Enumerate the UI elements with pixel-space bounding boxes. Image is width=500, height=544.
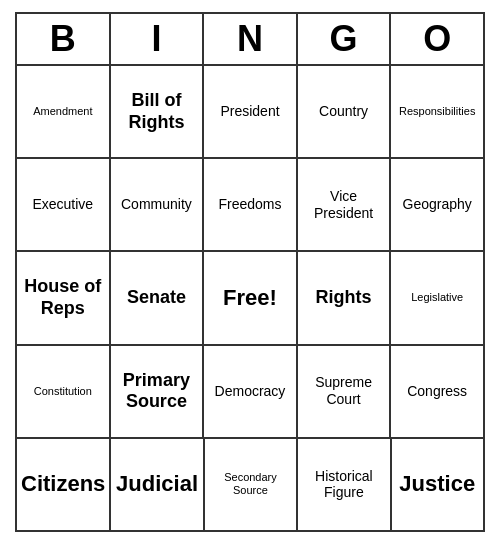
bingo-cell-2-1[interactable]: Senate [111, 252, 205, 343]
bingo-cell-2-2[interactable]: Free! [204, 252, 298, 343]
header-letter-G: G [298, 14, 392, 64]
bingo-grid: AmendmentBill of RightsPresidentCountryR… [17, 66, 483, 530]
bingo-header: BINGO [17, 14, 483, 66]
header-letter-N: N [204, 14, 298, 64]
bingo-cell-1-1[interactable]: Community [111, 159, 205, 250]
bingo-cell-3-3[interactable]: Supreme Court [298, 346, 392, 437]
bingo-row-1: ExecutiveCommunityFreedomsVice President… [17, 159, 483, 252]
bingo-cell-1-4[interactable]: Geography [391, 159, 483, 250]
header-letter-O: O [391, 14, 483, 64]
bingo-cell-3-4[interactable]: Congress [391, 346, 483, 437]
bingo-cell-2-3[interactable]: Rights [298, 252, 392, 343]
bingo-card: BINGO AmendmentBill of RightsPresidentCo… [15, 12, 485, 532]
bingo-cell-4-2[interactable]: Secondary Source [205, 439, 298, 530]
header-letter-B: B [17, 14, 111, 64]
bingo-cell-1-2[interactable]: Freedoms [204, 159, 298, 250]
bingo-cell-0-1[interactable]: Bill of Rights [111, 66, 205, 157]
bingo-cell-3-0[interactable]: Constitution [17, 346, 111, 437]
bingo-cell-3-2[interactable]: Democracy [204, 346, 298, 437]
bingo-cell-3-1[interactable]: Primary Source [111, 346, 205, 437]
bingo-cell-0-3[interactable]: Country [298, 66, 392, 157]
header-letter-I: I [111, 14, 205, 64]
bingo-cell-4-3[interactable]: Historical Figure [298, 439, 391, 530]
bingo-cell-4-0[interactable]: Citizens [17, 439, 111, 530]
bingo-row-4: CitizensJudicialSecondary SourceHistoric… [17, 439, 483, 530]
bingo-cell-4-1[interactable]: Judicial [111, 439, 204, 530]
bingo-row-0: AmendmentBill of RightsPresidentCountryR… [17, 66, 483, 159]
bingo-cell-1-0[interactable]: Executive [17, 159, 111, 250]
bingo-cell-2-0[interactable]: House of Reps [17, 252, 111, 343]
bingo-cell-0-2[interactable]: President [204, 66, 298, 157]
bingo-row-2: House of RepsSenateFree!RightsLegislativ… [17, 252, 483, 345]
bingo-cell-2-4[interactable]: Legislative [391, 252, 483, 343]
bingo-cell-1-3[interactable]: Vice President [298, 159, 392, 250]
bingo-cell-4-4[interactable]: Justice [392, 439, 483, 530]
bingo-row-3: ConstitutionPrimary SourceDemocracySupre… [17, 346, 483, 439]
bingo-cell-0-4[interactable]: Responsibilities [391, 66, 483, 157]
bingo-cell-0-0[interactable]: Amendment [17, 66, 111, 157]
